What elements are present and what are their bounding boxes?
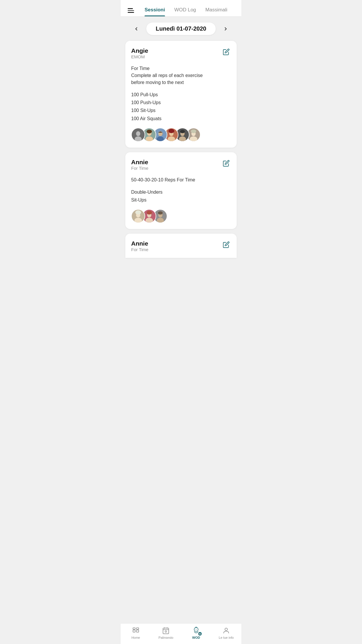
date-navigation: Lunedì 01-07-2020 [121, 17, 241, 41]
card-angie-title: Angie [131, 47, 148, 54]
card-annie: Annie For Time 50-40-30-20-10 Reps For T… [125, 152, 237, 229]
card-annie-subtitle: For Time [131, 166, 148, 171]
card-annie-title: Annie [131, 159, 148, 166]
card-annie2-title: Annie [131, 240, 148, 247]
card-annie2-subtitle: For Time [131, 247, 148, 252]
card-angie-description: For Time Complete all reps of each exerc… [131, 65, 231, 86]
nav-tabs: Sessioni WOD Log Massimali Clo... [140, 5, 236, 16]
card-annie2-title-group: Annie For Time [131, 240, 148, 257]
svg-rect-30 [147, 212, 152, 214]
svg-point-21 [191, 129, 196, 133]
card-annie-description: 50-40-30-20-10 Reps For Time [131, 176, 231, 183]
tab-clo[interactable]: Clo... [232, 5, 236, 16]
next-date-button[interactable] [220, 24, 231, 34]
card-angie-edit-button[interactable] [222, 47, 231, 57]
card-angie-header: Angie EMOM [131, 47, 231, 64]
menu-button[interactable] [126, 7, 135, 14]
svg-point-13 [168, 129, 174, 133]
card-annie-header: Annie For Time [131, 159, 231, 175]
session-cards: Angie EMOM For Time Complete all reps of… [121, 41, 241, 289]
svg-point-6 [147, 130, 152, 133]
card-angie-exercises: 100 Pull-Ups 100 Push-Ups 100 Sit-Ups 10… [131, 91, 231, 123]
card-angie: Angie EMOM For Time Complete all reps of… [125, 41, 237, 148]
tab-massimali[interactable]: Massimali [201, 5, 232, 16]
avatar [131, 128, 145, 142]
prev-date-button[interactable] [131, 24, 142, 34]
svg-point-25 [135, 210, 141, 215]
svg-point-1 [136, 131, 140, 136]
card-angie-subtitle: EMOM [131, 54, 148, 59]
bottom-spacer [125, 262, 237, 289]
card-angie-avatars [131, 128, 231, 142]
tab-sessioni[interactable]: Sessioni [140, 5, 170, 16]
card-annie-exercises: Double-Unders Sit-Ups [131, 188, 231, 204]
card-annie2-edit-button[interactable] [222, 240, 231, 249]
card-annie-avatars [131, 209, 231, 223]
card-annie-title-group: Annie For Time [131, 159, 148, 175]
svg-point-17 [180, 130, 185, 133]
current-date: Lunedì 01-07-2020 [146, 22, 215, 35]
app-header: Sessioni WOD Log Massimali Clo... [121, 0, 241, 16]
avatar [131, 209, 145, 223]
tab-wod-log[interactable]: WOD Log [170, 5, 201, 16]
card-angie-title-group: Angie EMOM [131, 47, 148, 64]
card-annie2: Annie For Time [125, 234, 237, 258]
card-annie-edit-button[interactable] [222, 159, 231, 168]
card-annie2-header: Annie For Time [131, 240, 231, 257]
svg-point-34 [158, 211, 163, 215]
